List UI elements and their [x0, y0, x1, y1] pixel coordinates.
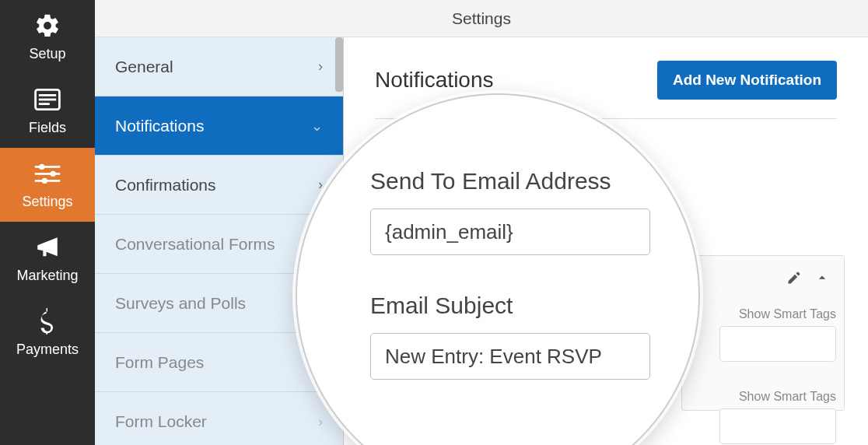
subnav-item-general[interactable]: General › — [95, 37, 343, 96]
nav-item-fields[interactable]: Fields — [0, 74, 95, 148]
sliders-icon — [33, 159, 61, 187]
nav-label: Settings — [22, 194, 72, 210]
svg-point-9 — [42, 178, 47, 184]
notification-card: Show Smart Tags Show Smart Tags — [681, 255, 845, 411]
topbar: Settings — [95, 0, 868, 37]
nav-item-marketing[interactable]: Marketing — [0, 222, 95, 296]
svg-point-5 — [39, 164, 44, 170]
svg-rect-2 — [39, 99, 56, 101]
input-outline[interactable] — [719, 408, 836, 444]
megaphone-icon — [33, 233, 61, 261]
svg-rect-4 — [35, 166, 60, 168]
page-title: Notifications — [375, 68, 494, 93]
nav-item-setup[interactable]: Setup — [0, 0, 95, 74]
subnav-label: Confirmations — [115, 176, 216, 194]
nav-item-settings[interactable]: Settings — [0, 148, 95, 222]
subnav-label: Surveys and Polls — [115, 294, 246, 313]
subnav-label: General — [115, 58, 173, 76]
gear-icon — [33, 12, 61, 40]
nav-label: Fields — [29, 120, 66, 136]
subnav-label: Form Locker — [115, 412, 207, 431]
subnav-label: Form Pages — [115, 353, 204, 372]
chevron-down-icon: ⌄ — [311, 117, 323, 135]
add-new-notification-button[interactable]: Add New Notification — [657, 61, 837, 100]
subnav-item-confirmations[interactable]: Confirmations › — [95, 156, 343, 215]
nav-item-payments[interactable]: Payments — [0, 296, 95, 370]
email-subject-label: Email Subject — [370, 293, 652, 319]
send-to-label: Send To Email Address — [370, 168, 652, 194]
subnav-item-notifications[interactable]: Notifications ⌄ — [95, 96, 343, 156]
dollar-icon — [33, 307, 61, 335]
show-smart-tags-link[interactable]: Show Smart Tags — [682, 293, 844, 321]
scrollbar[interactable] — [335, 37, 343, 92]
nav-label: Payments — [16, 342, 79, 358]
chevron-right-icon: › — [318, 414, 323, 430]
pencil-icon[interactable] — [786, 270, 802, 286]
subnav-item-form-locker[interactable]: Form Locker › — [95, 392, 343, 445]
chevron-right-icon: › — [318, 177, 323, 193]
subnav-label: Notifications — [115, 117, 204, 135]
chevron-right-icon: › — [318, 58, 323, 75]
chevron-up-icon[interactable] — [814, 270, 830, 286]
svg-rect-6 — [35, 173, 60, 175]
subnav-label: Conversational Forms — [115, 235, 275, 254]
show-smart-tags-link[interactable]: Show Smart Tags — [682, 362, 844, 404]
send-to-input[interactable]: {admin_email} — [370, 208, 650, 255]
topbar-title: Settings — [452, 9, 511, 28]
list-icon — [33, 86, 61, 114]
email-subject-input[interactable]: New Entry: Event RSVP — [370, 333, 650, 380]
input-outline[interactable] — [719, 326, 836, 362]
primary-nav: Setup Fields Settings Marketing Payments — [0, 0, 95, 445]
svg-rect-3 — [39, 103, 50, 105]
svg-point-7 — [51, 171, 56, 177]
nav-label: Setup — [29, 46, 65, 62]
send-to-value: {admin_email} — [385, 220, 513, 244]
nav-label: Marketing — [16, 268, 78, 284]
svg-rect-1 — [39, 94, 56, 96]
email-subject-value: New Entry: Event RSVP — [385, 345, 602, 369]
